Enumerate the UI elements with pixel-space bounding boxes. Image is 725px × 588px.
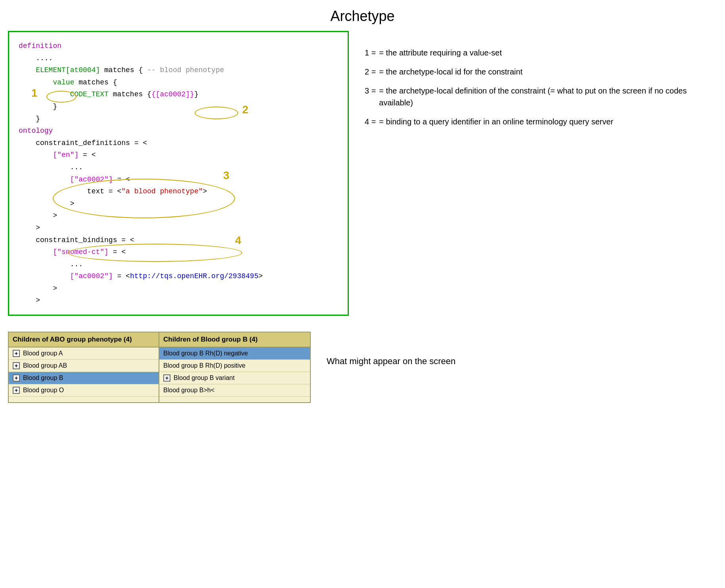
expand-icon[interactable]: +: [13, 362, 20, 369]
expand-icon[interactable]: +: [13, 350, 20, 357]
code-box: definition .... ELEMENT[at0004] matches …: [8, 31, 349, 316]
label-1: 1: [31, 87, 38, 99]
annotation-2: 2 = = the archetype-local id for the con…: [365, 66, 717, 78]
row-label: Blood group B variant: [174, 374, 235, 382]
bottom-section: Children of ABO group phenotype (4) + Bl…: [8, 332, 717, 403]
annotations-panel: 1 = = the attribute requiring a value-se…: [365, 47, 717, 135]
table-row-selected[interactable]: + Blood group B: [9, 372, 159, 384]
oval-3-text-block: [53, 179, 235, 218]
table-row[interactable]: + Blood group O: [9, 384, 159, 397]
row-label: Blood group B Rh(D) positive: [163, 362, 245, 369]
row-label: Blood group AB: [23, 362, 67, 369]
row-label: Blood group A: [23, 350, 63, 357]
expand-icon[interactable]: +: [13, 387, 20, 394]
ann-num-2: 2 =: [365, 66, 376, 78]
table-row[interactable]: + Blood group B variant: [159, 372, 310, 384]
oval-1-value: [46, 91, 77, 103]
tables-container: Children of ABO group phenotype (4) + Bl…: [8, 332, 311, 403]
page-title: Archetype: [8, 8, 717, 25]
oval-2-ac0002: [195, 107, 238, 119]
annotation-1: 1 = = the attribute requiring a value-se…: [365, 47, 717, 59]
ann-text-2: = the archetype-local id for the constra…: [379, 66, 522, 78]
row-label: Blood group O: [23, 387, 64, 394]
label-3: 3: [223, 169, 230, 182]
ann-text-3: = the archetype-local definition of the …: [379, 85, 717, 109]
ann-text-1: = the attribute requiring a value-set: [379, 47, 502, 59]
left-table-header: Children of ABO group phenotype (4): [9, 332, 159, 347]
screen-label: What might appear on the screen: [327, 355, 455, 368]
table-footer: [159, 397, 310, 402]
main-layout: definition .... ELEMENT[at0004] matches …: [8, 31, 717, 316]
left-table: Children of ABO group phenotype (4) + Bl…: [9, 332, 159, 402]
code-content: definition .... ELEMENT[at0004] matches …: [19, 40, 338, 307]
row-label: Blood group B>h<: [163, 387, 214, 394]
row-label: Blood group B Rh(D) negative: [163, 350, 248, 357]
annotation-3: 3 = = the archetype-local definition of …: [365, 85, 717, 109]
row-label: Blood group B: [23, 374, 63, 382]
table-footer: [9, 397, 159, 402]
ann-text-4: = binding to a query identifier in an on…: [379, 116, 613, 128]
label-2: 2: [242, 103, 249, 116]
table-row[interactable]: Blood group B>h<: [159, 384, 310, 397]
oval-4-url: [68, 244, 242, 262]
ann-num-1: 1 =: [365, 47, 376, 59]
right-table: Children of Blood group B (4) Blood grou…: [159, 332, 310, 402]
label-4: 4: [235, 234, 241, 247]
table-row[interactable]: + Blood group AB: [9, 360, 159, 372]
table-row-selected[interactable]: Blood group B Rh(D) negative: [159, 347, 310, 360]
expand-icon[interactable]: +: [163, 374, 170, 382]
right-table-header: Children of Blood group B (4): [159, 332, 310, 347]
table-row[interactable]: + Blood group A: [9, 347, 159, 360]
ann-num-4: 4 =: [365, 116, 376, 128]
ann-num-3: 3 =: [365, 85, 376, 97]
expand-icon[interactable]: +: [13, 374, 20, 382]
table-row[interactable]: Blood group B Rh(D) positive: [159, 360, 310, 372]
annotation-4: 4 = = binding to a query identifier in a…: [365, 116, 717, 128]
